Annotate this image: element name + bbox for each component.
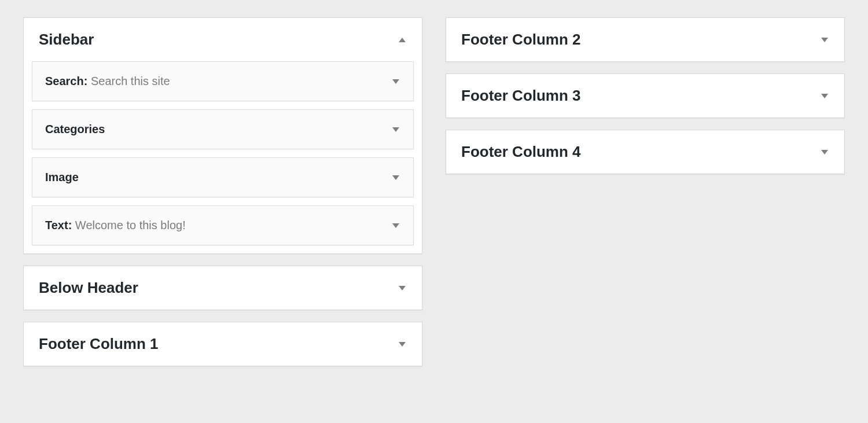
svg-marker-7 (821, 38, 828, 42)
svg-marker-0 (399, 38, 406, 42)
chevron-down-icon (391, 174, 400, 181)
chevron-down-icon (391, 78, 400, 85)
svg-marker-5 (399, 286, 406, 290)
svg-marker-1 (392, 79, 399, 84)
widget-image-header[interactable]: Image (32, 158, 413, 197)
chevron-down-icon (391, 222, 400, 229)
widget-area-footer-col-2: Footer Column 2 (446, 17, 845, 62)
widget-subtitle: Search this site (91, 75, 170, 87)
svg-marker-8 (821, 94, 828, 98)
widget-area-title: Footer Column 4 (461, 143, 581, 161)
svg-marker-3 (392, 175, 399, 180)
widget-name: Image (45, 171, 79, 183)
widget-area-sidebar: Sidebar Search: Search this site (23, 17, 422, 254)
widget-title: Image (45, 171, 79, 184)
svg-marker-6 (399, 342, 406, 347)
widget-area-title: Sidebar (39, 31, 94, 49)
widget-search-header[interactable]: Search: Search this site (32, 62, 413, 101)
widget-text: Text: Welcome to this blog! (32, 205, 414, 245)
widget-area-sidebar-header[interactable]: Sidebar (24, 18, 422, 61)
chevron-down-icon (398, 341, 407, 348)
widget-area-footer-col-1: Footer Column 1 (23, 322, 422, 366)
widget-categories-header[interactable]: Categories (32, 110, 413, 149)
widget-area-title: Footer Column 2 (461, 31, 581, 49)
widget-categories: Categories (32, 109, 414, 149)
svg-marker-2 (392, 127, 399, 132)
widget-area-footer-col-4-header[interactable]: Footer Column 4 (446, 130, 844, 174)
widget-area-below-header-header[interactable]: Below Header (24, 266, 422, 310)
widget-area-footer-col-3: Footer Column 3 (446, 73, 845, 118)
widget-title: Search: Search this site (45, 75, 170, 88)
widget-area-right-column: Footer Column 2 Footer Column 3 Footer C… (446, 17, 845, 366)
chevron-down-icon (820, 36, 829, 43)
widget-title: Text: Welcome to this blog! (45, 219, 186, 232)
widget-area-title: Footer Column 3 (461, 87, 581, 105)
widget-area-footer-col-2-header[interactable]: Footer Column 2 (446, 18, 844, 61)
widget-area-title: Below Header (39, 279, 138, 297)
widget-area-title: Footer Column 1 (39, 335, 159, 353)
widget-image: Image (32, 157, 414, 197)
widget-area-sidebar-body: Search: Search this site Categories (24, 61, 422, 253)
svg-marker-4 (392, 223, 399, 228)
chevron-up-icon (398, 36, 407, 43)
widget-area-left-column: Sidebar Search: Search this site (23, 17, 422, 366)
widget-area-below-header: Below Header (23, 266, 422, 310)
chevron-down-icon (820, 93, 829, 100)
widget-name: Search (45, 75, 84, 87)
widget-name: Text (45, 219, 68, 231)
widget-name: Categories (45, 123, 105, 135)
widget-area-footer-col-1-header[interactable]: Footer Column 1 (24, 322, 422, 366)
widget-area-footer-col-4: Footer Column 4 (446, 130, 845, 174)
chevron-down-icon (391, 126, 400, 133)
widget-subtitle: Welcome to this blog! (75, 219, 186, 231)
chevron-down-icon (820, 149, 829, 156)
chevron-down-icon (398, 285, 407, 292)
widget-title: Categories (45, 123, 105, 136)
svg-marker-9 (821, 150, 828, 155)
widget-search: Search: Search this site (32, 61, 414, 101)
widget-text-header[interactable]: Text: Welcome to this blog! (32, 206, 413, 245)
widget-area-footer-col-3-header[interactable]: Footer Column 3 (446, 74, 844, 117)
